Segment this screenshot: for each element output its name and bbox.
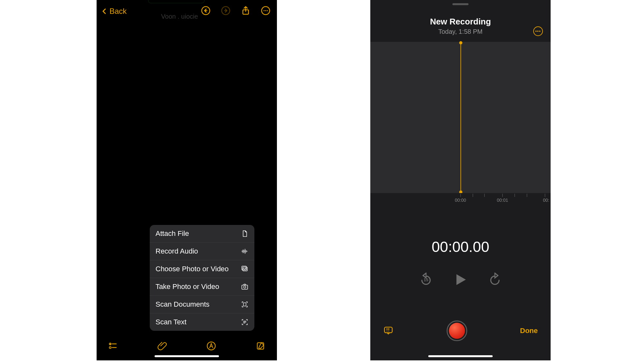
svg-point-6 xyxy=(267,10,268,11)
time-ruler[interactable]: 00:00 00:01 00: xyxy=(370,193,551,209)
home-indicator[interactable] xyxy=(155,355,219,357)
svg-rect-16 xyxy=(384,327,392,333)
camera-icon xyxy=(241,283,249,291)
menu-scan-text[interactable]: Scan Text xyxy=(150,313,254,331)
menu-take-media[interactable]: Take Photo or Video xyxy=(150,278,254,296)
svg-point-13 xyxy=(109,347,111,348)
ellipsis-circle-icon xyxy=(261,6,270,15)
back-button[interactable]: Back xyxy=(100,7,127,16)
skip-back-amount: 15 xyxy=(424,277,428,282)
skip-back-button[interactable]: 15 xyxy=(419,273,433,287)
redo-button[interactable] xyxy=(221,6,231,17)
dynamic-island-outline xyxy=(148,0,204,3)
menu-label: Attach File xyxy=(156,229,189,238)
redo-icon xyxy=(221,6,231,15)
chevron-left-icon xyxy=(100,7,108,15)
skip-forward-icon xyxy=(488,273,502,287)
svg-point-5 xyxy=(265,10,266,11)
scan-document-icon xyxy=(241,301,249,308)
skip-forward-button[interactable] xyxy=(488,273,502,287)
menu-label: Take Photo or Video xyxy=(156,283,219,291)
svg-point-10 xyxy=(244,286,246,288)
notes-screen: Back xyxy=(97,0,277,360)
waveform-area[interactable] xyxy=(370,42,551,193)
svg-point-4 xyxy=(263,10,264,11)
svg-rect-11 xyxy=(243,303,246,306)
menu-label: Scan Documents xyxy=(156,300,210,309)
ellipsis-icon: ••• xyxy=(535,29,541,34)
menu-choose-media[interactable]: Choose Photo or Video xyxy=(150,260,254,278)
undo-icon xyxy=(201,6,211,15)
share-button[interactable] xyxy=(241,6,251,17)
attachment-button[interactable] xyxy=(157,341,167,352)
more-options-button[interactable]: ••• xyxy=(533,26,543,36)
ruler-tick-1: 00:01 xyxy=(497,198,508,203)
markup-button[interactable] xyxy=(206,341,216,352)
transcript-button[interactable] xyxy=(383,325,393,337)
compose-icon xyxy=(256,341,265,351)
compose-button[interactable] xyxy=(256,341,265,352)
more-button[interactable] xyxy=(261,6,270,17)
share-icon xyxy=(241,6,251,15)
menu-label: Scan Text xyxy=(156,318,186,326)
recording-subtitle: Today, 1:58 PM xyxy=(370,28,551,35)
menu-record-audio[interactable]: Record Audio xyxy=(150,243,254,260)
photo-library-icon xyxy=(241,265,249,273)
recording-title: New Recording xyxy=(370,17,551,27)
transcript-icon xyxy=(383,325,393,335)
menu-attach-file[interactable]: Attach File xyxy=(150,225,254,243)
menu-label: Record Audio xyxy=(156,247,198,255)
notes-bottom-toolbar xyxy=(97,341,277,352)
recording-header: New Recording Today, 1:58 PM ••• xyxy=(370,5,551,42)
waveform-icon xyxy=(241,247,249,255)
record-button[interactable] xyxy=(447,320,467,341)
play-icon xyxy=(452,272,469,288)
checklist-button[interactable] xyxy=(108,341,118,352)
record-indicator xyxy=(449,323,465,339)
menu-label: Choose Photo or Video xyxy=(156,265,229,273)
scan-text-icon xyxy=(241,318,249,326)
voice-memos-screen: New Recording Today, 1:58 PM ••• 00:00 0… xyxy=(370,0,551,360)
bottom-controls: Done xyxy=(370,320,551,341)
paperclip-icon xyxy=(157,341,167,351)
ruler-tick-2: 00: xyxy=(543,198,549,203)
ruler-tick-0: 00:00 xyxy=(455,198,466,203)
elapsed-time: 00:00.00 xyxy=(370,238,551,255)
attachment-menu: Attach File Record Audio Choose Photo or… xyxy=(150,225,254,331)
undo-button[interactable] xyxy=(201,6,211,17)
home-indicator[interactable] xyxy=(428,355,493,357)
menu-scan-documents[interactable]: Scan Documents xyxy=(150,296,254,313)
checklist-icon xyxy=(108,341,118,351)
play-button[interactable] xyxy=(452,272,469,288)
done-button[interactable]: Done xyxy=(520,327,538,335)
playhead-indicator[interactable] xyxy=(460,42,461,193)
file-icon xyxy=(241,230,249,237)
back-label: Back xyxy=(109,7,127,16)
transport-controls: 15 xyxy=(370,272,551,288)
markup-icon xyxy=(206,341,216,351)
